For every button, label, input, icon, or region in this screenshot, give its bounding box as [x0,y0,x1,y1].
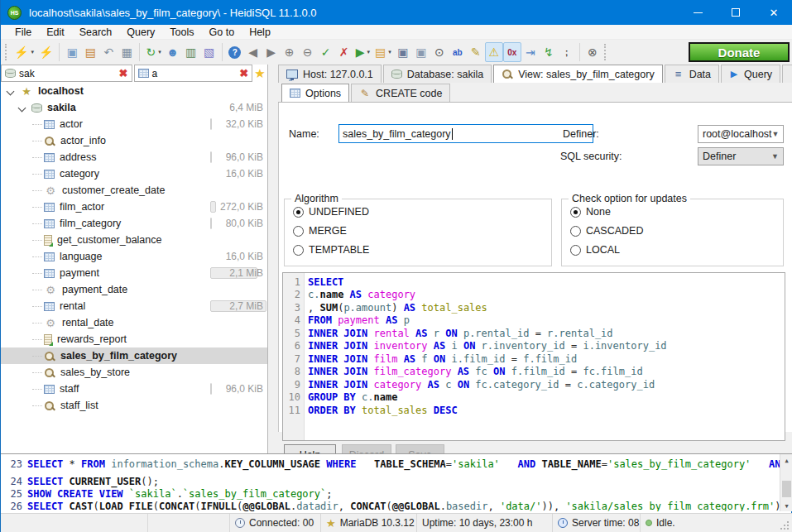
code-token: , [308,302,319,314]
paste-icon[interactable]: ▤ [81,42,99,62]
database-filter-input[interactable]: sak ✖ [1,65,132,82]
reformat-sql-icon[interactable]: ✎ [467,42,485,62]
menu-item-help[interactable]: Help [242,25,278,40]
export-database-icon[interactable]: ▥ [182,42,200,62]
save-sql-as-icon[interactable]: ▣ [412,42,430,62]
table-filter-input[interactable]: a ✖ [134,65,253,82]
code-token: FROM [308,314,332,326]
tab-data[interactable]: ≡Data [665,65,719,83]
check-option-radio-none[interactable]: None [570,205,783,218]
minimize-button[interactable] [679,0,717,25]
warning-toggle-icon[interactable]: ⚠ [485,42,503,62]
tree-item-customer_create_date[interactable]: ⚙customer_create_date [1,182,267,199]
tree-item-language[interactable]: language16,0 KiB [1,248,267,265]
last-record-icon[interactable]: ▶ [262,42,281,62]
tab-host[interactable]: Host: 127.0.0.1 [278,65,382,83]
definer-combobox[interactable]: root@localhost▼ [698,125,784,143]
save-sql-icon[interactable]: ▣ [394,42,412,62]
tree-item-sales_by_store[interactable]: sales_by_store [1,364,267,381]
menu-item-tools[interactable]: Tools [162,25,201,40]
undo-icon[interactable]: ↶ [99,42,118,62]
maximize-button[interactable] [717,0,755,25]
clear-filter-icon[interactable]: ✖ [236,67,252,79]
object-tree: ★localhostsakila6,4 MiBactor32,0 KiBacto… [1,83,267,453]
menu-item-search[interactable]: Search [72,25,120,40]
close-button[interactable]: ✕ [755,0,792,25]
check-option-radio-local[interactable]: LOCAL [570,243,783,256]
view-select-code-editor[interactable]: 1SELECT2c.name AS category3, SUM(p.amoun… [282,272,785,441]
disconnect-icon[interactable]: ⚡ [36,42,55,62]
grid-export-icon[interactable]: ▧ [200,42,218,62]
code-token: TABLE_NAME [541,458,601,470]
log-scrollbar[interactable]: ▲ ▼ [780,454,792,511]
sql-security-dropdown[interactable]: Definer▼ [698,147,784,165]
favorites-star-icon[interactable]: ★ [252,65,267,82]
expand-chevron-icon[interactable] [7,87,15,95]
code-token: = [565,340,583,352]
subtab-options[interactable]: Options [281,84,349,102]
tree-item-staff_list[interactable]: staff_list [1,397,267,414]
tab-view[interactable]: View: sales_by_film_category [493,65,662,83]
tree-item-payment[interactable]: payment2,1 MiB [1,265,267,281]
tree-item-actor_info[interactable]: actor_info [1,132,267,149]
menu-item-query[interactable]: Query [119,25,162,40]
copy-icon[interactable]: ▣ [63,42,81,62]
tree-item-payment_date[interactable]: ⚙payment_date [1,281,267,298]
tree-item-rental[interactable]: rental2,7 MiB [1,298,267,314]
tab-database[interactable]: Database: sakila [383,65,492,83]
algorithm-radio-temptable[interactable]: TEMPTABLE [293,243,551,256]
stop-process-icon[interactable]: ⊗ [583,42,602,62]
semicolon-icon[interactable]: ; [558,42,576,62]
code-token: r.inventory_id [482,340,565,352]
tree-item-film_actor[interactable]: film_actor272,0 KiB [1,199,267,215]
delete-record-icon[interactable]: ⊖ [299,42,317,62]
menu-item-file[interactable]: File [7,25,39,40]
load-sql-file-icon[interactable]: ▤▾ [372,42,394,62]
resize-grip[interactable] [780,520,790,530]
clear-filter-icon[interactable]: ✖ [116,67,132,79]
session-manager-icon[interactable]: ⚡▾ [12,42,36,62]
code-token: AS [434,340,445,352]
tree-item-localhost[interactable]: ★localhost [1,83,267,99]
post-edit-icon[interactable]: ✓ [317,42,335,62]
tree-item-rental_date[interactable]: ⚙rental_date [1,314,267,331]
new-query-tab-button[interactable]: + [782,65,792,83]
panel-splitter[interactable] [268,65,278,453]
menu-item-go-to[interactable]: Go to [202,25,242,40]
tree-item-sales_by_film_category[interactable]: sales_by_film_category [1,347,267,364]
tree-item-category[interactable]: category16,0 KiB [1,165,267,182]
insert-record-icon[interactable]: ⊕ [281,42,299,62]
cancel-edit-icon[interactable]: ✗ [335,42,353,62]
tree-item-sakila[interactable]: sakila6,4 MiB [1,99,267,116]
tab-query[interactable]: ▶Query [721,65,780,83]
tree-item-address[interactable]: address96,0 KiB [1,149,267,165]
tree-item-actor[interactable]: actor32,0 KiB [1,116,267,132]
table-icon [44,302,55,311]
donate-button[interactable]: Donate [689,42,790,62]
user-manager-icon[interactable]: ☻ [164,42,182,62]
check-option-radio-cascaded[interactable]: CASCADED [570,224,783,237]
expand-chevron-icon[interactable] [18,103,26,112]
tree-item-rewards_report[interactable]: rewards_report [1,331,267,347]
scroll-up-icon[interactable]: ▲ [780,454,792,467]
replace-text-icon[interactable]: ab [449,42,467,62]
tree-item-film_category[interactable]: film_category80,0 KiB [1,215,267,232]
find-text-icon[interactable]: ⊙ [430,42,449,62]
indent-icon[interactable]: ⇥ [521,42,540,62]
algorithm-radio-undefined[interactable]: UNDEFINED [293,205,551,218]
first-record-icon[interactable]: ◀ [244,42,262,62]
refresh-icon[interactable]: ↻▾ [143,42,163,62]
subtab-create-code[interactable]: ✎CREATE code [351,84,450,102]
scroll-down-icon[interactable]: ▼ [780,500,792,511]
reconnect-icon[interactable]: ↯ [540,42,558,62]
menu-item-edit[interactable]: Edit [39,25,72,40]
scrollbar-thumb[interactable] [782,481,791,497]
hex-toggle-icon[interactable]: 0x [503,42,521,62]
run-query-icon[interactable]: ▶▾ [353,42,372,62]
tree-item-get_customer_balance[interactable]: get_customer_balance [1,232,267,248]
view-name-input[interactable]: sales_by_film_category [338,124,593,143]
help-icon[interactable]: ? [226,42,244,62]
algorithm-radio-merge[interactable]: MERGE [293,224,551,237]
print-icon[interactable]: ▦ [118,42,136,62]
tree-item-staff[interactable]: staff96,0 KiB [1,381,267,397]
